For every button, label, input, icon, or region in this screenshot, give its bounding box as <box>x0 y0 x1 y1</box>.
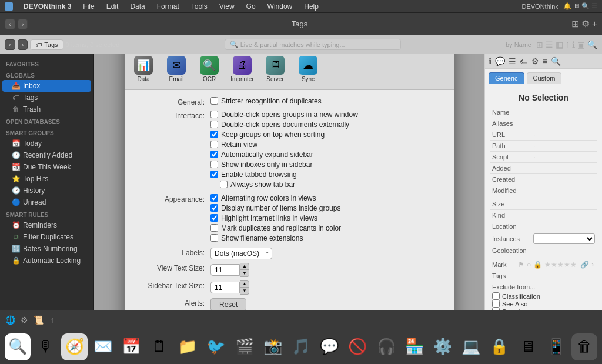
dock-finder[interactable]: 🔍 <box>5 333 31 360</box>
bottom-icon-share[interactable]: ↑ <box>47 315 58 325</box>
dock-files[interactable]: 📁 <box>175 333 200 360</box>
rp-tab-generic[interactable]: Generic <box>489 72 524 84</box>
flag-icon[interactable]: ⚑ <box>518 261 524 269</box>
labels-select[interactable]: Dots (macOS) Text Labels None <box>210 248 272 259</box>
pref-btn-ocr[interactable]: 🔍 OCR <box>194 54 225 85</box>
menu-tools[interactable]: Tools <box>189 2 210 11</box>
highlight-internet-checkbox[interactable] <box>210 214 218 222</box>
rp-icon-chat[interactable]: 💬 <box>495 56 505 66</box>
retain-view-checkbox[interactable] <box>210 141 218 148</box>
rp-tab-custom[interactable]: Custom <box>527 72 562 84</box>
rp-instances-select[interactable] <box>533 233 595 244</box>
menu-edit[interactable]: Edit <box>104 2 121 11</box>
menu-help[interactable]: Help <box>302 2 321 11</box>
sidebar-item-top-hits[interactable]: ⭐ Top Hits <box>2 173 91 185</box>
view-text-size-up[interactable]: ▲ <box>240 263 249 270</box>
dock-siri[interactable]: 🎙 <box>33 333 59 360</box>
view-icon-1[interactable]: ⊞ <box>536 40 543 49</box>
tab-back[interactable]: ‹ <box>5 39 15 50</box>
rp-icon-search[interactable]: 🔍 <box>551 56 561 66</box>
see-also-checkbox[interactable] <box>492 300 500 308</box>
dock-podcasts[interactable]: 🎧 <box>373 333 399 360</box>
show-filename-checkbox[interactable] <box>210 234 218 242</box>
bottom-icon-settings[interactable]: ⚙ <box>19 315 29 325</box>
circle-icon[interactable]: ○ <box>527 261 531 269</box>
search-btn[interactable]: 🔍 <box>587 40 597 49</box>
view-text-size-down[interactable]: ▼ <box>240 270 249 277</box>
rp-icon-info[interactable]: ℹ <box>489 56 491 66</box>
classification-checkbox[interactable] <box>492 292 500 300</box>
dock-calendar[interactable]: 📅 <box>118 333 144 360</box>
sidebar-item-reminders[interactable]: ⏰ Reminders <box>2 219 91 231</box>
double-click-docs-checkbox[interactable] <box>210 121 218 128</box>
dock-iphone[interactable]: 📱 <box>543 333 569 360</box>
sidebar-item-filter-duplicates[interactable]: ⧉ Filter Duplicates <box>2 231 91 243</box>
rp-icon-lines[interactable]: ≡ <box>543 56 547 66</box>
menu-window[interactable]: Window <box>265 2 295 11</box>
sidebar-item-tags[interactable]: 🏷 Tags <box>2 92 91 103</box>
sidebar-item-history[interactable]: 🕑 History <box>2 185 91 196</box>
star-rating[interactable]: ★★★★★ <box>544 261 577 269</box>
dock-notes[interactable]: 🗒 <box>146 333 172 360</box>
alternating-row-checkbox[interactable] <box>210 194 218 202</box>
dock-mail[interactable]: ✉️ <box>90 333 116 360</box>
sidebar-item-recently-added[interactable]: 🕐 Recently Added <box>2 149 91 161</box>
reset-button[interactable]: Reset <box>210 298 246 310</box>
toolbar-back[interactable]: ‹ <box>5 19 15 29</box>
sidebar-item-today[interactable]: 📅 Today <box>2 138 91 149</box>
view-icon-2[interactable]: ☰ <box>546 40 553 49</box>
sidebar-item-unread[interactable]: 🔵 Unread <box>2 196 91 208</box>
menu-app-name[interactable]: DEVONthink 3 <box>21 2 73 11</box>
sidebar-item-due-this-week[interactable]: 📆 Due This Week <box>2 161 91 173</box>
sort-label[interactable]: by Name <box>506 41 531 48</box>
sidebar-item-bates-numbering[interactable]: 🔢 Bates Numbering <box>2 243 91 255</box>
stricter-recognition-checkbox[interactable] <box>210 97 218 105</box>
info-icon[interactable]: ℹ <box>572 40 575 49</box>
dock-safari[interactable]: 🧭 <box>61 333 87 360</box>
dock-twitter[interactable]: 🐦 <box>203 333 229 360</box>
toolbar-icon-3[interactable]: + <box>592 19 597 29</box>
dock-1password[interactable]: 🔒 <box>486 333 512 360</box>
pref-btn-server[interactable]: 🖥 Server <box>260 54 290 85</box>
sidebar-text-size-input[interactable] <box>210 282 240 293</box>
dock-photos[interactable]: 📸 <box>260 333 286 360</box>
dock-stop[interactable]: 🚫 <box>345 333 370 360</box>
menu-data[interactable]: Data <box>128 2 147 11</box>
bottom-icon-globe[interactable]: 🌐 <box>5 315 15 325</box>
bottom-icon-script[interactable]: 📜 <box>33 315 44 325</box>
pref-btn-data[interactable]: 📊 Data <box>128 54 159 85</box>
pref-btn-imprinter[interactable]: 🖨 Imprinter <box>227 54 257 85</box>
menu-format[interactable]: Format <box>155 2 182 11</box>
double-click-group-checkbox[interactable] <box>210 111 218 118</box>
rp-icon-tag[interactable]: 🏷 <box>520 56 528 66</box>
toolbar-forward[interactable]: › <box>18 19 28 29</box>
dock-video[interactable]: 🎬 <box>232 333 257 360</box>
dock-monitor[interactable]: 🖥 <box>514 333 540 360</box>
show-inboxes-checkbox[interactable] <box>210 161 218 168</box>
more-icon[interactable]: › <box>591 261 594 269</box>
view-text-size-input[interactable] <box>210 264 240 276</box>
rp-icon-gear[interactable]: ⚙ <box>531 56 539 66</box>
menu-view[interactable]: View <box>217 2 237 11</box>
sidebar-item-trash[interactable]: 🗑 Trash <box>2 103 91 115</box>
toolbar-icon-1[interactable]: ⊞ <box>571 18 579 29</box>
rp-icon-list[interactable]: ☰ <box>509 56 516 66</box>
sidebar-item-automatic-locking[interactable]: 🔒 Automatic Locking <box>2 255 91 266</box>
mark-duplicates-checkbox[interactable] <box>210 224 218 232</box>
toolbar-icon-2[interactable]: ⚙ <box>581 18 590 29</box>
dock-prefs[interactable]: ⚙️ <box>430 333 456 360</box>
menu-file[interactable]: File <box>81 2 96 11</box>
auto-expand-sidebar-checkbox[interactable] <box>210 151 218 158</box>
dock-music[interactable]: 🎵 <box>288 333 314 360</box>
sidebar-item-inbox[interactable]: 📥 Inbox <box>2 80 91 92</box>
dock-devonthink[interactable]: 💻 <box>458 333 484 360</box>
link-icon[interactable]: 🔗 <box>580 261 589 269</box>
dock-appstore[interactable]: 🏪 <box>402 333 427 360</box>
dock-messages[interactable]: 💬 <box>316 333 342 360</box>
tab-forward[interactable]: › <box>18 39 28 50</box>
pref-btn-email[interactable]: ✉ Email <box>161 54 192 85</box>
view-icon-3[interactable]: ▦ <box>556 40 563 49</box>
menu-go[interactable]: Go <box>244 2 258 11</box>
pref-btn-sync[interactable]: ☁ Sync <box>293 54 323 85</box>
dock-trash[interactable]: 🗑 <box>571 333 597 360</box>
